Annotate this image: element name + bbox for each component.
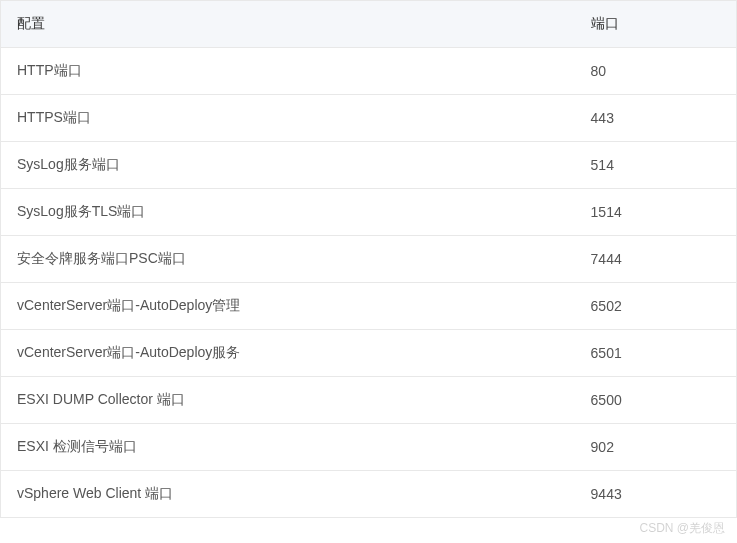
table-row: vCenterServer端口-AutoDeploy服务 6501 — [1, 330, 737, 377]
cell-port: 6500 — [575, 377, 737, 424]
cell-config: vCenterServer端口-AutoDeploy管理 — [1, 283, 575, 330]
cell-port: 443 — [575, 95, 737, 142]
table-row: ESXI DUMP Collector 端口 6500 — [1, 377, 737, 424]
cell-config: 安全令牌服务端口PSC端口 — [1, 236, 575, 283]
cell-port: 7444 — [575, 236, 737, 283]
cell-port: 1514 — [575, 189, 737, 236]
table-header-row: 配置 端口 — [1, 1, 737, 48]
cell-config: HTTPS端口 — [1, 95, 575, 142]
ports-table: 配置 端口 HTTP端口 80 HTTPS端口 443 SysLog服务端口 5… — [0, 0, 737, 518]
cell-port: 80 — [575, 48, 737, 95]
cell-port: 9443 — [575, 471, 737, 518]
table-row: HTTPS端口 443 — [1, 95, 737, 142]
cell-config: ESXI 检测信号端口 — [1, 424, 575, 471]
cell-port: 902 — [575, 424, 737, 471]
cell-config: ESXI DUMP Collector 端口 — [1, 377, 575, 424]
cell-config: vSphere Web Client 端口 — [1, 471, 575, 518]
cell-config: vCenterServer端口-AutoDeploy服务 — [1, 330, 575, 377]
table-row: 安全令牌服务端口PSC端口 7444 — [1, 236, 737, 283]
table-row: HTTP端口 80 — [1, 48, 737, 95]
table-row: SysLog服务端口 514 — [1, 142, 737, 189]
cell-config: SysLog服务TLS端口 — [1, 189, 575, 236]
table-row: vCenterServer端口-AutoDeploy管理 6502 — [1, 283, 737, 330]
header-port: 端口 — [575, 1, 737, 48]
cell-config: HTTP端口 — [1, 48, 575, 95]
header-config: 配置 — [1, 1, 575, 48]
cell-port: 514 — [575, 142, 737, 189]
cell-config: SysLog服务端口 — [1, 142, 575, 189]
table-row: vSphere Web Client 端口 9443 — [1, 471, 737, 518]
cell-port: 6501 — [575, 330, 737, 377]
cell-port: 6502 — [575, 283, 737, 330]
table-row: ESXI 检测信号端口 902 — [1, 424, 737, 471]
table-row: SysLog服务TLS端口 1514 — [1, 189, 737, 236]
